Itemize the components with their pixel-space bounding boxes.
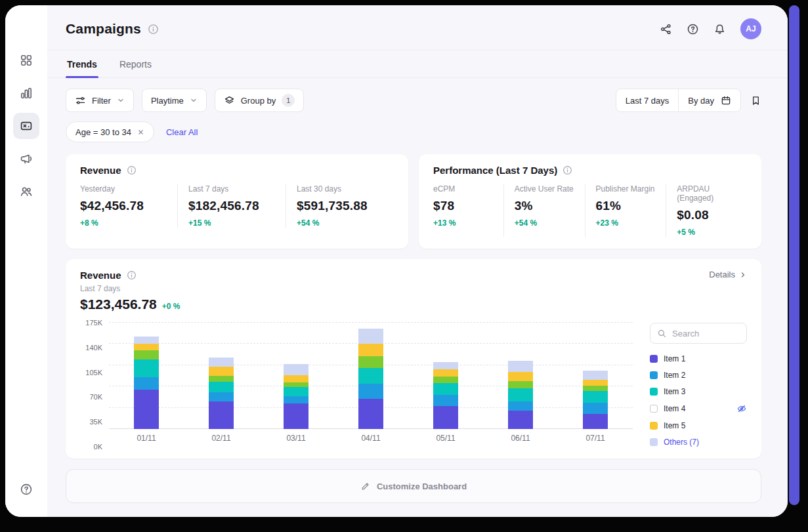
- filter-button[interactable]: Filter: [66, 89, 134, 112]
- stacked-bar-01/11[interactable]: [134, 323, 159, 429]
- group-by-label: Group by: [241, 96, 276, 106]
- info-icon[interactable]: [563, 165, 572, 175]
- performance-summary-card: Performance (Last 7 Days) eCPM $78 +13 %…: [419, 154, 761, 249]
- bar-segment[interactable]: [209, 376, 234, 382]
- share-button[interactable]: [660, 23, 672, 35]
- bar-segment[interactable]: [583, 403, 608, 414]
- bar-segment[interactable]: [508, 361, 533, 372]
- tab-trends[interactable]: Trends: [66, 51, 98, 77]
- ad-banner-icon: [20, 119, 33, 133]
- bar-segment[interactable]: [284, 387, 308, 396]
- bar-segment[interactable]: [134, 377, 159, 390]
- stacked-bar-02/11[interactable]: [209, 323, 234, 429]
- bar-segment[interactable]: [508, 388, 533, 401]
- eye-off-button[interactable]: [736, 403, 747, 414]
- stat-label: eCPM: [433, 184, 493, 194]
- bar-segment[interactable]: [583, 380, 608, 386]
- date-range-select[interactable]: Last 7 days: [616, 89, 679, 112]
- stacked-bar-07/11[interactable]: [583, 323, 608, 429]
- legend-item-3[interactable]: Item 3: [650, 387, 747, 396]
- granularity-select[interactable]: By day: [678, 89, 740, 112]
- bar-segment[interactable]: [583, 414, 608, 429]
- metric-select[interactable]: Playtime: [142, 89, 207, 112]
- sidebar-help-button[interactable]: [13, 476, 39, 502]
- bar-segment[interactable]: [134, 350, 159, 359]
- bar-segment[interactable]: [284, 396, 308, 403]
- stacked-bar-03/11[interactable]: [284, 323, 308, 429]
- legend-item-2[interactable]: Item 2: [650, 371, 747, 380]
- legend-item-1[interactable]: Item 1: [650, 354, 747, 363]
- stacked-bar-04/11[interactable]: [358, 323, 383, 429]
- bar-slot: [408, 323, 483, 429]
- share-icon: [660, 23, 672, 35]
- stacked-bar-05/11[interactable]: [433, 323, 458, 429]
- bar-segment[interactable]: [583, 391, 608, 403]
- bar-segment[interactable]: [583, 386, 608, 390]
- bar-segment[interactable]: [134, 359, 159, 378]
- bar-segment[interactable]: [134, 337, 159, 344]
- sidebar-item-promotions[interactable]: [13, 146, 39, 172]
- customize-dashboard-button[interactable]: Customize Dashboard: [66, 469, 761, 503]
- bar-segment[interactable]: [508, 411, 533, 429]
- details-link[interactable]: Details: [709, 270, 747, 279]
- sidebar-item-campaigns[interactable]: [13, 113, 39, 139]
- sidebar-item-audiences[interactable]: [13, 178, 39, 205]
- help-button[interactable]: [687, 23, 699, 35]
- bar-segment[interactable]: [134, 344, 159, 350]
- stacked-bar-06/11[interactable]: [508, 323, 533, 429]
- bar-segment[interactable]: [209, 401, 234, 429]
- bar-segment[interactable]: [433, 369, 458, 377]
- bar-segment[interactable]: [209, 367, 234, 376]
- legend-search-input[interactable]: [672, 329, 740, 338]
- bar-segment[interactable]: [358, 399, 383, 429]
- bar-segment[interactable]: [284, 382, 308, 387]
- page-title-info-icon[interactable]: [148, 24, 159, 35]
- bookmark-view-button[interactable]: [750, 95, 761, 106]
- chart-bars: [109, 323, 633, 429]
- legend-label: Item 1: [664, 354, 685, 363]
- bar-segment[interactable]: [209, 382, 234, 393]
- remove-filter-button[interactable]: [137, 129, 144, 136]
- legend-item-4[interactable]: Item 4: [650, 403, 747, 414]
- bar-segment[interactable]: [508, 381, 533, 388]
- tab-reports[interactable]: Reports: [118, 51, 153, 77]
- bar-segment[interactable]: [433, 377, 458, 382]
- legend-checkbox-unchecked[interactable]: [650, 405, 658, 413]
- bar-segment[interactable]: [358, 344, 383, 356]
- info-icon[interactable]: [127, 165, 137, 175]
- avatar[interactable]: AJ: [740, 18, 761, 39]
- bar-segment[interactable]: [508, 401, 533, 411]
- sidebar-item-analytics[interactable]: [13, 80, 39, 106]
- bar-segment[interactable]: [358, 384, 383, 399]
- notifications-button[interactable]: [713, 23, 726, 35]
- sidebar-item-dashboard[interactable]: [13, 47, 39, 73]
- bar-segment[interactable]: [134, 390, 159, 429]
- legend-item-others[interactable]: Others (7): [650, 438, 747, 447]
- clear-all-filters-link[interactable]: Clear All: [166, 127, 198, 137]
- bar-segment[interactable]: [508, 372, 533, 381]
- bar-segment[interactable]: [284, 403, 308, 429]
- group-by-button[interactable]: Group by 1: [215, 89, 304, 112]
- chart-plot: [109, 323, 633, 429]
- stat-label: Last 7 days: [188, 184, 275, 194]
- bar-segment[interactable]: [209, 392, 234, 401]
- bar-segment[interactable]: [583, 371, 608, 380]
- bar-segment[interactable]: [284, 364, 308, 375]
- bar-segment[interactable]: [284, 375, 308, 382]
- bar-segment[interactable]: [433, 406, 458, 429]
- bar-slot: [558, 323, 633, 429]
- filter-chip-age[interactable]: Age = 30 to 34: [66, 121, 154, 142]
- legend-item-5[interactable]: Item 5: [650, 421, 747, 430]
- bar-segment[interactable]: [358, 368, 383, 383]
- stat-label: Last 30 days: [297, 184, 383, 194]
- bar-segment[interactable]: [433, 395, 458, 406]
- chart-x-labels: 01/1102/1103/1104/1105/1106/1107/11: [109, 434, 633, 443]
- stat-value: $591,735.88: [297, 199, 383, 213]
- bar-segment[interactable]: [433, 383, 458, 396]
- bar-segment[interactable]: [358, 329, 383, 344]
- info-icon[interactable]: [127, 270, 137, 280]
- bar-segment[interactable]: [209, 358, 234, 367]
- bar-segment[interactable]: [358, 356, 383, 369]
- dashboard-grid-icon: [20, 54, 33, 67]
- bar-segment[interactable]: [433, 362, 458, 369]
